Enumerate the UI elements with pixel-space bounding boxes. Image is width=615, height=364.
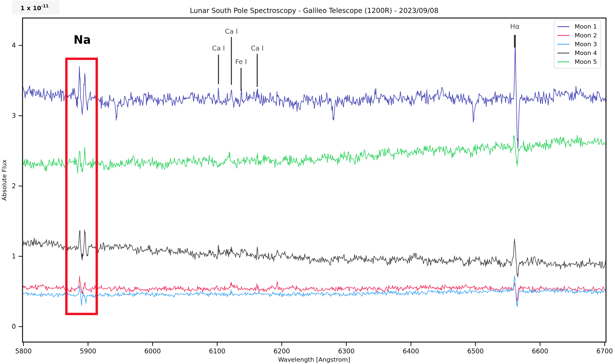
x-tick-label: 6500 (467, 347, 484, 355)
legend-item-moon-1: Moon 1 (557, 22, 597, 31)
annotation-layer: Ca ICa IFe ICa IHαNa (67, 23, 519, 314)
series-layer (23, 42, 606, 306)
spectrum-line-moon-4 (23, 230, 606, 277)
legend-swatch (557, 44, 570, 45)
legend-label: Moon 4 (575, 50, 597, 56)
y-axis-label: Absolute Flux (0, 160, 8, 201)
legend-item-moon-5: Moon 5 (557, 57, 597, 66)
y-tick-label: 1 (12, 252, 16, 260)
legend-swatch (557, 35, 570, 36)
legend-item-moon-3: Moon 3 (557, 40, 597, 49)
x-tick-label: 6000 (144, 347, 161, 355)
legend-swatch (557, 62, 570, 62)
legend-label: Moon 1 (575, 24, 597, 30)
y-tick-label: 0 (12, 323, 16, 330)
legend-item-moon-2: Moon 2 (557, 31, 597, 40)
x-tick-label: 6300 (338, 347, 355, 355)
x-tick-label: 6200 (273, 347, 290, 355)
annotation-label-hα-4: Hα (510, 23, 519, 30)
axes-layer: 5800590060006100620063006400650066006700… (12, 18, 613, 355)
annotation-label-ca-i-1: Ca I (225, 27, 238, 35)
x-tick-label: 6100 (209, 347, 225, 355)
y-tick-label: 2 (12, 182, 16, 190)
x-tick-label: 6700 (596, 347, 613, 355)
x-tick-label: 5800 (15, 347, 32, 355)
legend-label: Moon 3 (575, 41, 597, 47)
annotation-label-ca-i-0: Ca I (212, 44, 225, 52)
legend-label: Moon 2 (575, 32, 597, 38)
spectroscopy-plot: 1 x 10-11 Lunar South Pole Spectroscopy … (0, 0, 615, 364)
x-tick-label: 6400 (403, 347, 419, 355)
spectroscopy-figure: 1 x 10-11 Lunar South Pole Spectroscopy … (0, 0, 615, 364)
legend-swatch (557, 53, 570, 53)
legend-label: Moon 5 (575, 59, 597, 65)
legend-item-moon-4: Moon 4 (557, 49, 597, 57)
spectrum-line-moon-1 (23, 42, 606, 148)
legend: Moon 1Moon 2Moon 3Moon 4Moon 5 (554, 20, 601, 68)
na-element-label: Na (74, 33, 91, 46)
y-tick-label: 3 (12, 112, 16, 119)
x-axis-label: Wavelength [Angstrom] (278, 356, 350, 363)
x-tick-label: 6600 (532, 347, 548, 355)
y-tick-label: 4 (12, 41, 16, 49)
annotation-label-ca-i-3: Ca I (251, 44, 264, 52)
legend-swatch (557, 26, 570, 27)
annotation-label-fe-i-2: Fe I (235, 58, 247, 65)
chart-title: Lunar South Pole Spectroscopy - Galileo … (190, 7, 439, 14)
x-tick-label: 5900 (80, 347, 96, 355)
